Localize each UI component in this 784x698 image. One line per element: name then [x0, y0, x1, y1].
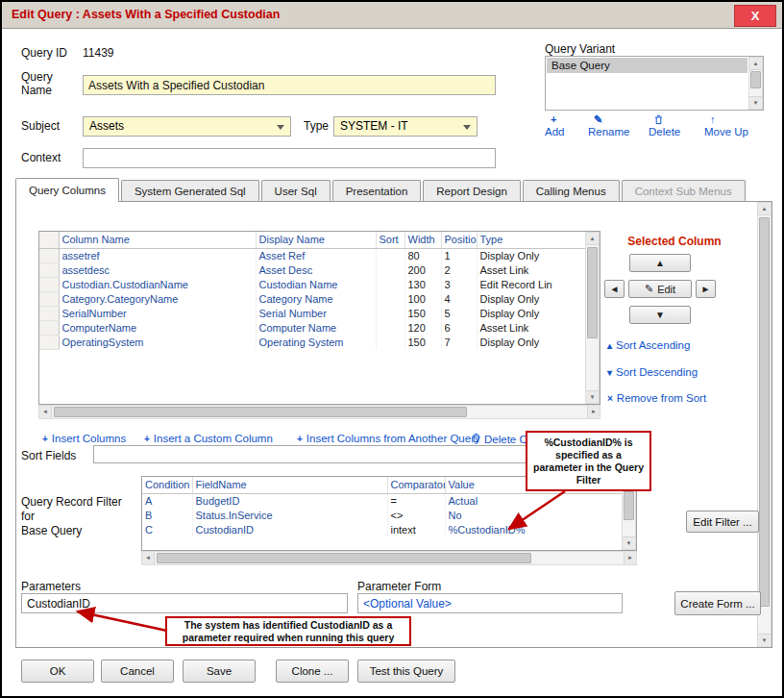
arrow-left-icon: ◄: [610, 284, 620, 294]
col-header-width[interactable]: Width: [404, 232, 441, 248]
edit-filter-button[interactable]: Edit Filter ...: [686, 511, 759, 533]
tab-query-columns[interactable]: Query Columns: [15, 178, 119, 202]
tab-report-design[interactable]: Report Design: [423, 180, 521, 202]
edit-column-button[interactable]: ✎ Edit: [628, 280, 692, 298]
table-row[interactable]: assetrefAsset Ref801Display Only: [39, 248, 586, 262]
scroll-down-icon[interactable]: ▼: [623, 536, 635, 549]
tab-presentation[interactable]: Presentation: [332, 180, 422, 202]
create-form-button[interactable]: Create Form ...: [674, 591, 761, 615]
scroll-down-icon[interactable]: ▼: [758, 634, 771, 646]
table-row[interactable]: ComputerNameComputer Name1206Asset Link: [39, 320, 586, 335]
row-selector[interactable]: [39, 277, 59, 291]
table-row[interactable]: assetdescAsset Desc2002Asset Link: [39, 262, 586, 277]
scroll-thumb[interactable]: [624, 491, 634, 520]
row-selector[interactable]: [39, 306, 59, 320]
subject-dropdown[interactable]: Assets: [83, 116, 291, 137]
scroll-up-icon[interactable]: ▲: [758, 203, 771, 215]
parameter-form-input[interactable]: [357, 593, 623, 613]
table-row[interactable]: ABudgetID=Actual: [142, 493, 624, 508]
grid-cell: 150: [404, 306, 441, 320]
add-variant-button[interactable]: + Add: [545, 114, 564, 137]
grid-cell: 1: [441, 248, 477, 262]
table-row[interactable]: Custodian.CustodianNameCustodian Name130…: [39, 277, 586, 291]
grid-cell: assetref: [59, 248, 256, 262]
row-selector[interactable]: [39, 291, 59, 306]
remove-from-sort-link[interactable]: × Remove from Sort: [607, 392, 706, 404]
move-up-variant-button[interactable]: ↑ Move Up: [704, 114, 748, 137]
move-column-up-button[interactable]: ▲: [629, 254, 691, 272]
save-button[interactable]: Save: [183, 660, 256, 683]
scroll-left-icon[interactable]: ◄: [39, 406, 52, 418]
insert-custom-column-link[interactable]: + Insert a Custom Column: [144, 433, 273, 444]
test-query-button[interactable]: Test this Query: [357, 660, 455, 683]
grid-cell: Display Only: [477, 335, 586, 349]
type-dropdown[interactable]: SYSTEM - IT: [333, 116, 478, 137]
scroll-thumb[interactable]: [157, 553, 531, 563]
ok-button[interactable]: OK: [21, 660, 94, 683]
col-header-sort[interactable]: Sort: [376, 232, 404, 248]
insert-columns-from-query-link[interactable]: + Insert Columns from Another Query: [297, 433, 480, 444]
col-header-display-name[interactable]: Display Name: [256, 232, 376, 248]
variant-list-scrollbar[interactable]: ▲ ▼: [748, 57, 763, 110]
col-header-position[interactable]: Positio: [441, 232, 477, 248]
query-variant-listbox[interactable]: Base Query: [545, 56, 764, 111]
insert-columns-link[interactable]: + Insert Columns: [42, 433, 126, 444]
scroll-down-icon[interactable]: ▼: [586, 390, 599, 403]
col-header-condition[interactable]: Condition: [142, 477, 192, 493]
query-name-input[interactable]: [83, 75, 496, 95]
tab-system-generated-sql[interactable]: System Generated Sql: [121, 180, 259, 202]
scroll-thumb[interactable]: [587, 247, 598, 338]
parameters-label: Parameters: [21, 580, 81, 593]
filter-caption-line3: Base Query: [21, 524, 82, 537]
table-row[interactable]: Category.CategoryNameCategory Name1004Di…: [39, 291, 586, 306]
delete-variant-button[interactable]: Delete: [649, 114, 680, 137]
columns-grid-hscrollbar[interactable]: ◄ ►: [38, 405, 600, 419]
row-selector[interactable]: [39, 335, 59, 349]
table-row[interactable]: SerialNumberSerial Number1505Display Onl…: [39, 306, 586, 320]
scroll-right-icon[interactable]: ►: [587, 406, 600, 418]
grid-cell: [376, 277, 404, 291]
type-label: Type: [304, 119, 329, 133]
columns-grid-vscrollbar[interactable]: ▲ ▼: [585, 232, 600, 404]
clone-button[interactable]: Clone ...: [276, 660, 349, 683]
delete-columns-link[interactable]: Delete Co: [472, 433, 533, 445]
cancel-button[interactable]: Cancel: [101, 660, 174, 683]
col-header-type[interactable]: Type: [477, 232, 586, 248]
tab-calling-menus[interactable]: Calling Menus: [523, 180, 620, 202]
scroll-right-icon[interactable]: ►: [624, 552, 636, 564]
parameters-input[interactable]: [21, 593, 348, 613]
grid-cell: Actual: [445, 493, 624, 508]
filter-grid-hscrollbar[interactable]: ◄ ►: [141, 551, 637, 565]
sort-descending-link[interactable]: ▾ Sort Descending: [607, 366, 698, 378]
table-row[interactable]: BStatus.InService<>No: [142, 508, 624, 522]
col-header-column-name[interactable]: Column Name: [59, 232, 256, 248]
table-row[interactable]: OperatingSystemOperating System1507Displ…: [39, 335, 586, 349]
move-column-down-button[interactable]: ▼: [629, 306, 691, 324]
row-selector[interactable]: [39, 248, 59, 262]
scroll-up-icon[interactable]: ▲: [749, 58, 762, 70]
row-selector[interactable]: [39, 262, 59, 277]
context-input[interactable]: [83, 148, 496, 168]
scroll-thumb[interactable]: [750, 71, 761, 88]
filter-caption-line2: for: [21, 510, 35, 523]
move-column-right-button[interactable]: ►: [696, 280, 716, 298]
scroll-left-icon[interactable]: ◄: [142, 552, 155, 564]
scroll-thumb[interactable]: [54, 407, 467, 417]
col-header-fieldname[interactable]: FieldName: [192, 477, 387, 493]
col-header-comparator[interactable]: Comparator: [387, 477, 445, 493]
pencil-icon: ✎: [645, 283, 653, 295]
trash-icon: [654, 114, 663, 126]
row-selector[interactable]: [39, 320, 59, 335]
move-column-left-button[interactable]: ◄: [604, 280, 625, 298]
tab-user-sql[interactable]: User Sql: [261, 180, 331, 202]
table-row[interactable]: CCustodianIDintext%CustodianID%: [142, 522, 624, 536]
scroll-up-icon[interactable]: ▲: [586, 233, 599, 245]
scroll-thumb[interactable]: [759, 217, 770, 607]
variant-item-base-query[interactable]: Base Query: [547, 58, 747, 73]
rename-variant-button[interactable]: ✎ Rename: [588, 114, 629, 137]
sort-ascending-link[interactable]: ▴ Sort Ascending: [607, 339, 690, 351]
close-button[interactable]: X: [734, 5, 776, 27]
scroll-down-icon[interactable]: ▼: [749, 96, 762, 109]
content-vscrollbar[interactable]: ▲ ▼: [757, 202, 772, 647]
hamburger-menu-icon[interactable]: [698, 9, 721, 23]
